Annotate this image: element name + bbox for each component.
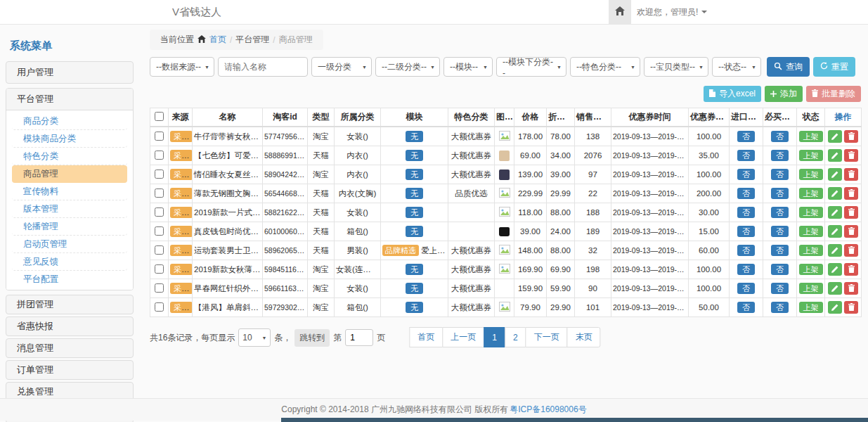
page-button[interactable]: 上一页	[442, 327, 484, 347]
edit-button[interactable]	[828, 244, 842, 257]
jump-button[interactable]: 跳转到	[294, 329, 330, 347]
category2-select[interactable]: --二级分类--▼	[375, 57, 440, 77]
status-badge[interactable]: 上架	[799, 302, 823, 313]
edit-button[interactable]	[828, 149, 842, 162]
user-menu[interactable]: 欢迎您，管理员!	[637, 0, 707, 24]
select-all-checkbox[interactable]	[155, 112, 164, 121]
status-badge[interactable]: 上架	[799, 226, 823, 237]
page-button[interactable]: 1	[484, 327, 505, 347]
module-sub-select[interactable]: --模块下分类--▼	[496, 57, 566, 77]
edit-button[interactable]	[828, 206, 842, 219]
module-badge[interactable]: 无	[406, 188, 423, 199]
sidebar-item[interactable]: 消息管理	[6, 338, 134, 358]
row-checkbox[interactable]	[155, 283, 164, 293]
sidebar-item-label[interactable]: 拼团管理	[6, 295, 133, 314]
per-page-select[interactable]: 10▼	[238, 328, 271, 347]
sidebar-item-label[interactable]: 用户管理	[6, 62, 133, 83]
delete-button[interactable]	[844, 301, 858, 314]
home-button[interactable]	[609, 0, 631, 24]
import-select-badge[interactable]: 否	[737, 150, 755, 161]
submenu-item[interactable]: 意见反馈	[12, 253, 127, 271]
module-badge[interactable]: 无	[406, 302, 423, 313]
module-badge[interactable]: 无	[406, 283, 423, 294]
sidebar-item-label[interactable]: 消息管理	[6, 339, 133, 357]
import-select-badge[interactable]: 否	[737, 226, 755, 237]
status-badge[interactable]: 上架	[799, 207, 823, 218]
module-badge[interactable]: 品牌精选	[382, 245, 419, 256]
feature-select[interactable]: --特色分类--▼	[570, 57, 640, 77]
status-badge[interactable]: 上架	[799, 131, 823, 142]
delete-button[interactable]	[844, 244, 858, 257]
reset-button[interactable]: 重置	[813, 57, 855, 77]
submenu-item[interactable]: 商品分类	[12, 113, 127, 130]
must-buy-badge[interactable]: 否	[771, 245, 789, 256]
import-select-badge[interactable]: 否	[737, 264, 755, 275]
must-buy-badge[interactable]: 否	[771, 188, 789, 199]
page-button[interactable]: 2	[505, 327, 526, 347]
must-buy-badge[interactable]: 否	[771, 283, 789, 294]
import-select-badge[interactable]: 否	[737, 302, 755, 313]
edit-button[interactable]	[828, 130, 842, 143]
status-badge[interactable]: 上架	[799, 169, 823, 180]
sidebar-item[interactable]: 拼团管理	[6, 295, 134, 314]
submenu-item[interactable]: 轮播管理	[12, 218, 127, 236]
query-button[interactable]: 查询	[767, 57, 810, 77]
edit-button[interactable]	[828, 263, 842, 276]
status-badge[interactable]: 上架	[799, 188, 823, 199]
must-buy-badge[interactable]: 否	[771, 302, 789, 313]
status-select[interactable]: --状态--▼	[712, 57, 761, 77]
delete-button[interactable]	[844, 187, 858, 200]
edit-button[interactable]	[828, 168, 842, 181]
import-select-badge[interactable]: 否	[737, 207, 755, 218]
row-checkbox[interactable]	[155, 302, 164, 312]
delete-button[interactable]	[844, 130, 858, 143]
delete-button[interactable]	[844, 263, 858, 276]
delete-button[interactable]	[844, 168, 858, 181]
import-excel-button[interactable]: 导入excel	[704, 86, 761, 102]
import-select-badge[interactable]: 否	[737, 283, 755, 294]
row-checkbox[interactable]	[155, 132, 164, 141]
must-buy-badge[interactable]: 否	[771, 226, 789, 237]
sidebar-item-user-mgmt[interactable]: 用户管理	[6, 61, 134, 84]
submenu-item[interactable]: 启动页管理	[12, 236, 127, 253]
data-source-select[interactable]: --数据来源--▼	[150, 57, 214, 77]
import-select-badge[interactable]: 否	[737, 169, 755, 180]
delete-button[interactable]	[844, 225, 858, 238]
batch-delete-button[interactable]: 批量删除	[806, 86, 861, 102]
page-button[interactable]: 下一页	[526, 327, 568, 347]
row-checkbox[interactable]	[155, 264, 164, 274]
page-button[interactable]: 首页	[409, 327, 443, 347]
submenu-item[interactable]: 特色分类	[12, 148, 127, 165]
submenu-item[interactable]: 版本管理	[12, 200, 127, 218]
must-buy-badge[interactable]: 否	[771, 169, 789, 180]
status-badge[interactable]: 上架	[799, 150, 823, 161]
module-badge[interactable]: 无	[406, 226, 423, 237]
edit-button[interactable]	[828, 225, 842, 238]
name-search-input[interactable]	[218, 57, 308, 77]
module-badge[interactable]: 无	[406, 264, 423, 275]
row-checkbox[interactable]	[155, 170, 164, 179]
import-select-badge[interactable]: 否	[737, 245, 755, 256]
edit-button[interactable]	[828, 187, 842, 200]
row-checkbox[interactable]	[155, 245, 164, 255]
row-checkbox[interactable]	[155, 151, 164, 160]
breadcrumb-item[interactable]: 平台管理	[235, 34, 269, 46]
page-button[interactable]: 末页	[567, 327, 601, 347]
delete-button[interactable]	[844, 282, 858, 295]
jump-page-input[interactable]	[345, 329, 373, 346]
sidebar-item-label[interactable]: 省惠快报	[6, 317, 133, 335]
row-checkbox[interactable]	[155, 188, 164, 198]
module-badge[interactable]: 无	[406, 169, 423, 180]
row-checkbox[interactable]	[155, 207, 164, 217]
delete-button[interactable]	[844, 149, 858, 162]
status-badge[interactable]: 上架	[799, 283, 823, 294]
import-select-badge[interactable]: 否	[737, 188, 755, 199]
import-select-badge[interactable]: 否	[737, 131, 755, 142]
must-buy-badge[interactable]: 否	[771, 207, 789, 218]
edit-button[interactable]	[828, 282, 842, 295]
sidebar-item[interactable]: 订单管理	[6, 360, 134, 380]
submenu-item[interactable]: 宣传物料	[12, 183, 127, 200]
category1-select[interactable]: 一级分类▼	[311, 57, 372, 77]
submenu-item[interactable]: 模块商品分类	[12, 130, 127, 148]
item-type-select[interactable]: --宝贝类型--▼	[644, 57, 708, 77]
